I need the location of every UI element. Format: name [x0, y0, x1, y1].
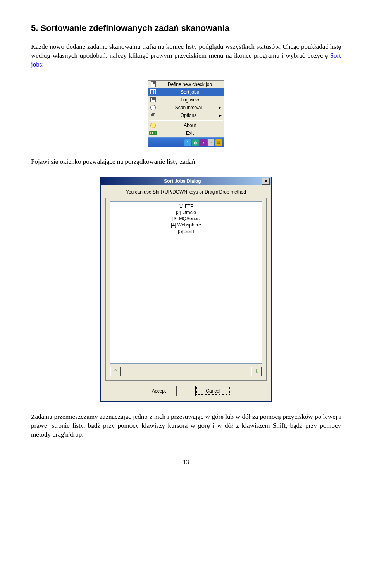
move-down-button[interactable]: ⇩ [251, 367, 262, 376]
menu-item-exit[interactable]: EXIT Exit [148, 129, 224, 137]
submenu-arrow-icon: ▶ [219, 106, 222, 110]
menu-item-about[interactable]: i About [148, 122, 224, 129]
paragraph-1-text: Każde nowo dodane zadanie skanowania tra… [31, 43, 341, 59]
menu-item-define-new-check-job[interactable]: Define new check job [148, 81, 224, 88]
exit-icon: EXIT [150, 130, 157, 136]
menu-label: Options [158, 113, 219, 118]
tray-icon[interactable]: ◐ [192, 139, 199, 146]
menu-label: Define new check job [158, 82, 222, 87]
paragraph-3: Zadania przemieszczamy zaznaczając jedno… [31, 413, 341, 439]
close-button[interactable]: ✕ [262, 178, 270, 185]
menu-item-scan-interval[interactable]: Scan interval ▶ [148, 104, 224, 111]
menu-label: About [158, 123, 222, 128]
list-icon [150, 112, 157, 118]
clock-icon [150, 105, 157, 111]
tray-icon[interactable]: ♪ [200, 139, 207, 146]
dialog-title: Sort Jobs Dialog [103, 178, 262, 184]
about-icon: i [150, 122, 157, 129]
section-heading: 5. Sortowanie zdefiniowanych zadań skano… [31, 23, 341, 33]
menu-item-log-view[interactable]: Log view [148, 96, 224, 104]
log-icon [150, 97, 157, 103]
dialog-frame: [1] FTP [2] Oracle [3] MQSeries [4] Webs… [105, 198, 267, 381]
tray-icon[interactable]: ⌂ [208, 139, 214, 146]
list-item[interactable]: [1] FTP [112, 203, 260, 209]
menu-label: Exit [158, 130, 222, 136]
tray-icon[interactable]: ✉ [215, 139, 222, 146]
list-item[interactable]: [3] MQSeries [112, 216, 260, 222]
submenu-arrow-icon: ▶ [219, 113, 222, 117]
paragraph-1: Każde nowo dodane zadanie skanowania tra… [31, 43, 341, 69]
paragraph-2: Pojawi się okienko pozwalające na porząd… [31, 158, 341, 166]
cancel-button[interactable]: Cancel [195, 386, 231, 396]
menu-separator [149, 120, 223, 121]
context-menu[interactable]: Define new check job Sort jobs Log view … [148, 80, 224, 137]
menu-label: Scan interval [158, 105, 219, 110]
page-number: 13 [31, 459, 341, 466]
jobs-listbox[interactable]: [1] FTP [2] Oracle [3] MQSeries [4] Webs… [110, 201, 262, 364]
taskbar-tray: ? ◐ ♪ ⌂ ✉ [148, 137, 224, 147]
menu-item-options[interactable]: Options ▶ [148, 111, 224, 119]
list-item[interactable]: [5] SSH [112, 228, 260, 235]
sort-jobs-dialog: Sort Jobs Dialog ✕ You can use Shift+UP/… [100, 177, 272, 402]
list-item[interactable]: [4] Websphere [112, 222, 260, 228]
document-icon [150, 81, 157, 87]
dialog-titlebar[interactable]: Sort Jobs Dialog ✕ [101, 177, 271, 185]
tray-icon[interactable]: ? [184, 139, 191, 146]
list-item[interactable]: [2] Oracle [112, 209, 260, 216]
grid-icon [150, 89, 157, 95]
dialog-hint-text: You can use Shift+UP/DOWN keys or Drag'n… [105, 189, 267, 195]
move-up-button[interactable]: ⇧ [110, 367, 121, 376]
menu-label: Log view [158, 97, 222, 103]
menu-label: Sort jobs [158, 89, 222, 95]
menu-item-sort-jobs[interactable]: Sort jobs [148, 88, 224, 96]
accept-button[interactable]: Accept [141, 386, 177, 396]
